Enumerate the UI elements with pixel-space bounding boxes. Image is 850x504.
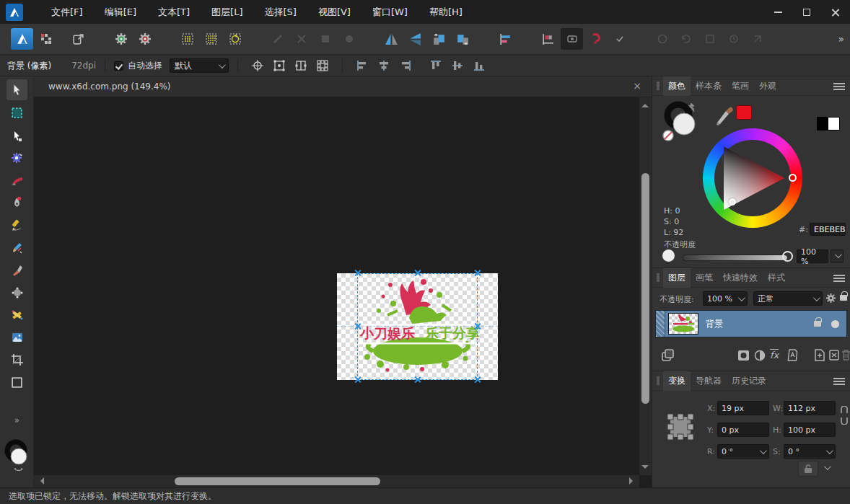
tab-quick-fx[interactable]: 快速特效: [718, 268, 763, 288]
point-transform-tool[interactable]: [6, 147, 27, 168]
fill-stroke-selector[interactable]: [4, 439, 31, 472]
transform-origin-button[interactable]: [270, 58, 289, 74]
flip-horizontal-button[interactable]: [380, 28, 403, 50]
layer-lock-button[interactable]: [838, 291, 849, 304]
menu-select[interactable]: 选择[S]: [253, 0, 307, 24]
maximize-button[interactable]: [792, 0, 821, 24]
selection-handle-mid-left[interactable]: [354, 323, 361, 330]
color-fill-stroke-selector[interactable]: [660, 100, 706, 144]
opacity-slider-handle[interactable]: [782, 251, 793, 262]
panel-menu-icon[interactable]: [833, 275, 845, 276]
rectangle-tool[interactable]: [6, 372, 27, 393]
opacity-dropdown-button[interactable]: [831, 249, 844, 263]
layer-opacity-dropdown[interactable]: 100 %: [703, 291, 748, 306]
minimize-button[interactable]: [763, 0, 792, 24]
align-middle-button[interactable]: [448, 58, 467, 74]
move-forward-button[interactable]: [428, 28, 450, 50]
preferences-gear-button[interactable]: [133, 28, 156, 50]
layer-row-background[interactable]: 背景: [655, 310, 847, 337]
horizontal-scroll-thumb[interactable]: [175, 477, 380, 485]
rotation-dropdown[interactable]: 0 °: [717, 444, 769, 459]
live-filter-icon[interactable]: [787, 349, 799, 361]
document-setup-gear-button[interactable]: [110, 28, 132, 50]
align-bottom-button[interactable]: [470, 58, 488, 74]
menu-file[interactable]: 文件[F]: [40, 0, 94, 24]
move-tool[interactable]: [6, 79, 27, 100]
fill-tool[interactable]: [6, 260, 27, 280]
vertical-scroll-thumb[interactable]: [641, 173, 649, 404]
tab-close-button[interactable]: ×: [631, 80, 643, 92]
snapping-toggle-button[interactable]: [584, 28, 607, 50]
layer-visibility-toggle[interactable]: [831, 320, 839, 328]
move-backward-button[interactable]: [452, 28, 474, 50]
panel-grip-icon[interactable]: [657, 376, 660, 385]
flip-vertical-button[interactable]: [404, 28, 426, 50]
pixel-persona-button[interactable]: [35, 28, 57, 50]
gradient-tool[interactable]: [6, 304, 27, 325]
tab-styles[interactable]: 样式: [763, 268, 790, 288]
transparency-tool[interactable]: [6, 282, 27, 303]
vector-brush-tool[interactable]: [6, 237, 27, 258]
auto-select-checkbox[interactable]: [114, 61, 123, 71]
pen-tool[interactable]: [6, 192, 27, 213]
color-picker-eyedropper-icon[interactable]: [713, 102, 735, 127]
merge-layers-icon[interactable]: [661, 349, 675, 362]
y-field[interactable]: 0 px: [717, 423, 769, 437]
blend-options-gear-icon[interactable]: [825, 293, 836, 304]
tab-color[interactable]: 颜色: [663, 76, 691, 96]
menu-view[interactable]: 视图[V]: [307, 0, 362, 24]
picked-color-swatch[interactable]: [736, 105, 752, 120]
tab-stroke[interactable]: 笔画: [727, 76, 754, 96]
menu-help[interactable]: 帮助[H]: [419, 0, 473, 24]
vertical-scrollbar[interactable]: [639, 97, 652, 475]
link-dimensions-icon[interactable]: [840, 406, 849, 425]
designer-persona-button[interactable]: [11, 28, 33, 50]
color-wheel[interactable]: [703, 128, 802, 228]
selection-handle-top-left[interactable]: [354, 270, 361, 276]
document-tab[interactable]: www.x6d.com.png (149.4%): [48, 81, 171, 92]
selection-bounding-box[interactable]: [357, 273, 478, 380]
node-tool[interactable]: [6, 125, 27, 146]
scroll-right-arrow[interactable]: [629, 477, 636, 485]
triangle-selector[interactable]: [729, 198, 736, 205]
tab-layers[interactable]: 图层: [663, 268, 691, 288]
snapping-manager-button[interactable]: [537, 28, 559, 50]
hex-value-field[interactable]: EBEBEB: [810, 223, 846, 236]
align-right-button[interactable]: [396, 58, 415, 74]
menu-text[interactable]: 文本[T]: [147, 0, 201, 24]
preview-mode-toggle[interactable]: [561, 28, 583, 50]
show-alignment-handles-button[interactable]: [313, 58, 332, 74]
place-image-tool[interactable]: [6, 327, 27, 348]
selection-handle-bottom-left[interactable]: [354, 376, 361, 383]
blend-mode-dropdown[interactable]: 正常: [753, 291, 823, 306]
align-top-button[interactable]: [426, 58, 445, 74]
transform-lock-button[interactable]: [798, 461, 818, 477]
w-field[interactable]: 112 px: [784, 401, 836, 415]
marquee-select-tool[interactable]: [6, 102, 27, 123]
alignment-button[interactable]: [494, 28, 517, 50]
selection-handle-bottom-right[interactable]: [474, 376, 481, 383]
vector-crop-tool[interactable]: [6, 349, 27, 370]
document-page[interactable]: 小刀娱乐 乐于分享: [337, 273, 498, 380]
snap-rotation-button[interactable]: [224, 28, 246, 50]
align-center-button[interactable]: [374, 58, 393, 74]
selection-handle-top-center[interactable]: [414, 270, 421, 276]
anchor-point-selector[interactable]: [667, 413, 694, 441]
selection-handle-bottom-center[interactable]: [414, 376, 421, 383]
tab-appearance[interactable]: 外观: [754, 76, 781, 96]
panel-grip-icon[interactable]: [657, 81, 660, 90]
horizontal-scrollbar[interactable]: [34, 475, 639, 487]
layer-locked-icon[interactable]: [814, 321, 821, 327]
panel-grip-icon[interactable]: [657, 273, 660, 282]
tab-swatches[interactable]: 样本条: [691, 76, 727, 96]
canvas-viewport[interactable]: 小刀娱乐 乐于分享: [34, 97, 652, 475]
tab-navigator[interactable]: 导航器: [691, 371, 727, 391]
snap-pixels-button[interactable]: [200, 28, 222, 50]
selection-handle-top-right[interactable]: [474, 270, 481, 276]
layer-effects-icon[interactable]: fx: [770, 349, 779, 361]
align-left-button[interactable]: [353, 58, 372, 74]
mask-layer-icon[interactable]: [737, 350, 750, 361]
grayscale-swatch[interactable]: [817, 117, 840, 131]
selection-handle-mid-right[interactable]: [474, 323, 481, 330]
scroll-down-arrow[interactable]: [641, 465, 649, 472]
